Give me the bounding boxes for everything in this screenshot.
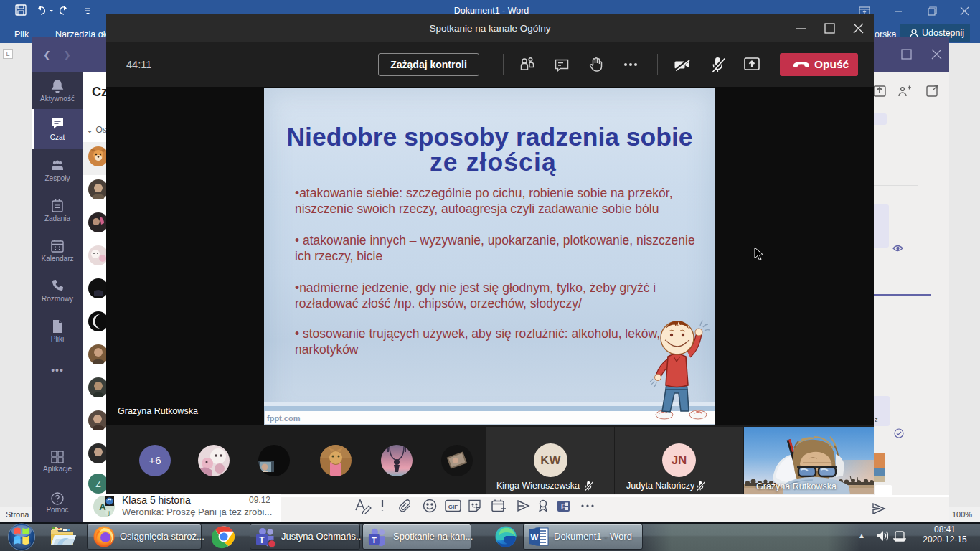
svg-text:T: T	[372, 536, 377, 545]
svg-text:Z: Z	[95, 479, 100, 489]
svg-text:T: T	[259, 535, 265, 545]
svg-text:W: W	[530, 532, 539, 542]
svg-text:j: j	[108, 510, 110, 516]
svg-text:F: F	[561, 503, 565, 511]
svg-text:GIF: GIF	[448, 504, 458, 510]
